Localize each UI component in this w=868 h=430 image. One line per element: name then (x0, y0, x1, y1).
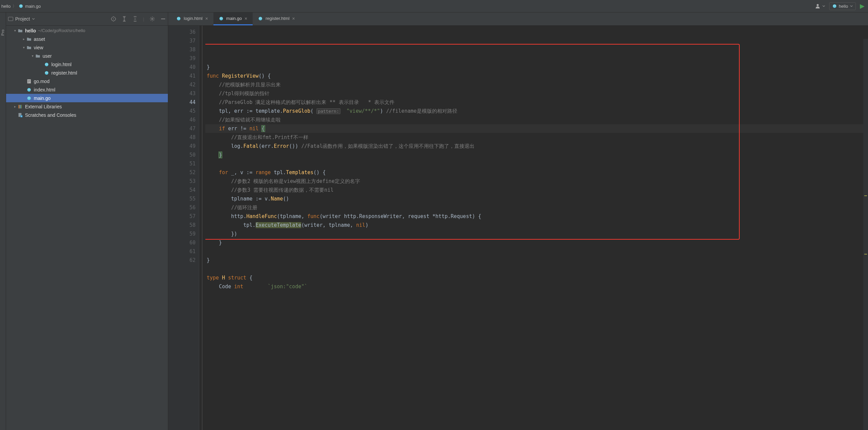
line-number[interactable]: 45 (168, 107, 196, 115)
project-view-selector[interactable]: Project (8, 16, 35, 22)
code-line[interactable] (205, 159, 868, 168)
tree-item-index-html[interactable]: index.html (6, 85, 168, 94)
tree-item-asset[interactable]: asset (6, 35, 168, 43)
code-line[interactable]: Code int `json:"code"` (205, 282, 868, 291)
close-icon[interactable]: × (292, 16, 295, 21)
tree-item-external-libraries[interactable]: External Libraries (6, 102, 168, 111)
tree-item-login-html[interactable]: login.html (6, 60, 168, 69)
line-number[interactable]: 38 (168, 45, 196, 54)
tree-item-hello[interactable]: hello~/Code/goRoot/src/hello (6, 26, 168, 35)
tree-label: index.html (34, 87, 55, 92)
line-number[interactable]: 36 (168, 28, 196, 36)
line-number[interactable]: 55 (168, 194, 196, 203)
gutter[interactable]: 3637383940414243444546474849505152535455… (168, 26, 199, 430)
line-number[interactable]: 52 (168, 168, 196, 177)
code-line[interactable]: http.HandleFunc(tplname, func(writer htt… (205, 212, 868, 221)
go-file-icon (258, 16, 263, 21)
expand-all-icon[interactable] (122, 16, 127, 22)
line-number[interactable]: 39 (168, 54, 196, 63)
code-line[interactable]: func RegisterView() { (205, 72, 868, 80)
line-number[interactable]: 58 (168, 221, 196, 230)
code-line[interactable]: //参数2 模版的名称是view视图上方define定义的名字 (205, 177, 868, 186)
marker-bar[interactable] (863, 39, 868, 430)
line-number[interactable]: 44 (168, 98, 196, 107)
code-line[interactable]: //直接退出和fmt.Printf不一样 (205, 133, 868, 142)
line-number[interactable]: 49 (168, 142, 196, 151)
code-line[interactable] (205, 54, 868, 63)
code-line[interactable]: } (205, 256, 868, 265)
title-bar: hello 〉 main.go hello ▶ (0, 0, 868, 12)
code-line[interactable]: //把模版解析并且显示出来 (205, 80, 868, 89)
hide-icon[interactable] (160, 16, 166, 22)
tree-item-user[interactable]: user (6, 52, 168, 60)
toolbar-right: hello ▶ (815, 2, 865, 10)
code-line[interactable]: tpl, err := template.ParseGlob( pattern:… (205, 107, 868, 115)
code-line[interactable]: tpl.ExecuteTemplate(writer, tplname, nil… (205, 221, 868, 230)
user-menu[interactable] (815, 3, 825, 9)
code-line[interactable]: //ParseGlob 满足这种格式的都可以解析出来 ** 表示目录 * 表示文… (205, 98, 868, 107)
tree-label: login.html (51, 62, 72, 67)
code-line[interactable]: if err != nil { (205, 124, 868, 133)
tree-item-view[interactable]: view (6, 43, 168, 52)
code-line[interactable]: type H struct { (205, 273, 868, 282)
close-icon[interactable]: × (245, 16, 247, 21)
breadcrumb-item[interactable]: main.go (19, 4, 41, 9)
code-line[interactable]: tplname := v.Name() (205, 194, 868, 203)
project-stripe-label[interactable]: Pro (1, 29, 5, 36)
tab-register-html[interactable]: register.html× (253, 12, 300, 25)
tab-login-html[interactable]: login.html× (171, 12, 213, 25)
line-number[interactable]: 62 (168, 256, 196, 265)
line-number[interactable]: 54 (168, 186, 196, 194)
tree-arrow-icon[interactable] (30, 54, 35, 58)
tree-arrow-icon[interactable] (21, 37, 26, 41)
line-number[interactable]: 43 (168, 89, 196, 98)
code-line[interactable] (205, 265, 868, 273)
tree-item-scratches-and-consoles[interactable]: Scratches and Consoles (6, 111, 168, 119)
line-number[interactable]: 53 (168, 177, 196, 186)
tree-item-register-html[interactable]: register.html (6, 69, 168, 77)
code-line[interactable]: //循环注册 (205, 203, 868, 212)
tree-arrow-icon[interactable] (21, 46, 26, 49)
line-number[interactable]: 56 (168, 203, 196, 212)
line-number[interactable]: 48 (168, 133, 196, 142)
tree-arrow-icon[interactable] (12, 105, 18, 108)
line-number[interactable]: 37 (168, 36, 196, 45)
code-line[interactable]: log.Fatal(err.Error()) //Fatal函数作用，如果模版渲… (205, 142, 868, 151)
fold-column[interactable] (199, 26, 205, 430)
line-number[interactable]: 61 (168, 247, 196, 256)
tab-label: login.html (184, 16, 203, 21)
code-line[interactable]: } (205, 151, 868, 159)
line-number[interactable]: 50 (168, 151, 196, 159)
line-number[interactable]: 41 (168, 72, 196, 80)
code-editor[interactable]: }func RegisterView() { //把模版解析并且显示出来 //t… (205, 26, 868, 430)
tree-arrow-icon[interactable] (12, 29, 18, 32)
tool-window-stripe[interactable]: Pro (0, 12, 6, 430)
tab-main-go[interactable]: main.go× (213, 12, 253, 25)
tree-item-go-mod[interactable]: go.mod (6, 77, 168, 85)
breadcrumb-item[interactable]: hello (1, 4, 10, 9)
code-line[interactable]: for _, v := range tpl.Templates() { (205, 168, 868, 177)
code-line[interactable]: //如果报错就不用继续走啦 (205, 115, 868, 124)
line-number[interactable]: 40 (168, 63, 196, 72)
select-opened-file-icon[interactable] (111, 16, 116, 22)
run-config-selector[interactable]: hello (829, 2, 856, 10)
run-button[interactable]: ▶ (860, 2, 865, 10)
code-line[interactable]: } (205, 238, 868, 247)
code-line[interactable] (205, 247, 868, 256)
tree-item-main-go[interactable]: main.go (6, 94, 168, 102)
collapse-all-icon[interactable] (132, 16, 138, 22)
gear-icon[interactable] (150, 16, 155, 22)
code-line[interactable]: //参数3 需要往视图传递的数据，不需要nil (205, 186, 868, 194)
code-line[interactable]: }) (205, 230, 868, 238)
line-number[interactable]: 46 (168, 115, 196, 124)
line-number[interactable]: 59 (168, 230, 196, 238)
line-number[interactable]: 57 (168, 212, 196, 221)
project-tree[interactable]: hello~/Code/goRoot/src/helloassetviewuse… (6, 26, 168, 430)
line-number[interactable]: 42 (168, 80, 196, 89)
line-number[interactable]: 60 (168, 238, 196, 247)
code-line[interactable]: //tpl得到模版的指针 (205, 89, 868, 98)
line-number[interactable]: 51 (168, 159, 196, 168)
close-icon[interactable]: × (205, 16, 208, 21)
code-line[interactable]: } (205, 63, 868, 72)
line-number[interactable]: 47 (168, 124, 196, 133)
